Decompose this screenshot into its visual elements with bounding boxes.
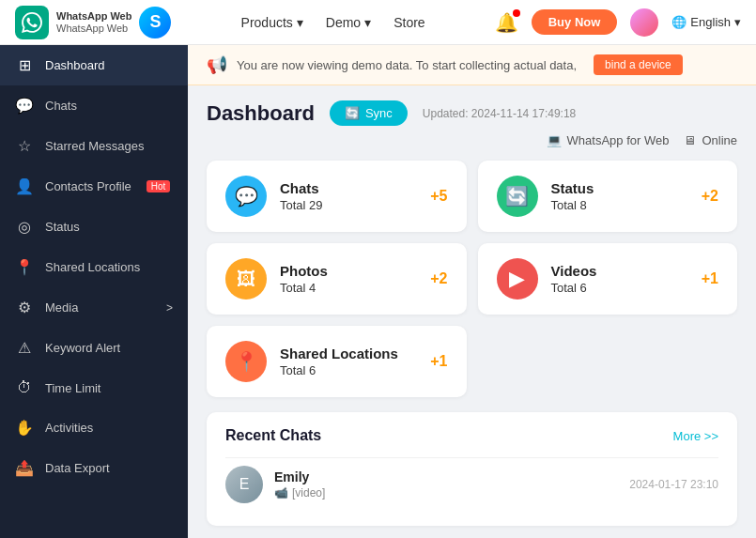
sidebar-label-data-export: Data Export	[45, 461, 110, 475]
updated-timestamp: Updated: 2024-11-14 17:49:18	[423, 107, 576, 120]
sidebar-item-media[interactable]: ⚙ Media >	[0, 287, 188, 328]
status-stat-icon: 🔄	[497, 176, 538, 217]
chevron-down-icon: ▾	[734, 15, 741, 29]
sidebar-item-keyword[interactable]: ⚠ Keyword Alert	[0, 328, 188, 368]
brand-circle-icon: S	[139, 7, 171, 38]
photos-stat-icon: 🖼	[225, 258, 267, 300]
sidebar-label-time-limit: Time Limit	[45, 381, 100, 395]
status-stat-name: Status	[551, 180, 688, 196]
sidebar-item-data-export[interactable]: 📤 Data Export	[0, 448, 188, 488]
notification-dot	[513, 9, 520, 17]
bind-device-button[interactable]: bind a device	[594, 54, 683, 75]
banner-text: You are now viewing demo data. To start …	[237, 58, 577, 72]
time-limit-icon: ⏱	[15, 379, 34, 396]
sidebar-label-chats: Chats	[45, 99, 77, 113]
photos-stat-total: Total 4	[280, 281, 417, 295]
photos-stat-delta: +2	[430, 270, 447, 287]
sidebar-label-keyword: Keyword Alert	[45, 341, 120, 355]
shared-locations-stat-total: Total 6	[280, 363, 417, 377]
nav-right: 🔔 Buy Now 🌐 English ▾	[495, 8, 741, 37]
more-chats-link[interactable]: More >>	[673, 429, 718, 443]
media-icon: ⚙	[15, 299, 34, 316]
chats-stat-delta: +5	[430, 188, 447, 205]
sidebar-label-activities: Activities	[45, 421, 93, 435]
chats-stat-info: Chats Total 29	[280, 180, 417, 212]
stat-card-chats: 💬 Chats Total 29 +5	[207, 161, 467, 232]
shared-locations-stat-name: Shared Locations	[280, 346, 417, 361]
nav-products[interactable]: Products ▾	[241, 15, 303, 30]
bell-wrapper: 🔔	[495, 11, 518, 34]
sidebar-item-shared-locations[interactable]: 📍 Shared Locations	[0, 247, 188, 287]
device-status-item: 🖥 Online	[684, 133, 737, 147]
sidebar-item-dashboard[interactable]: ⊞ Dashboard	[0, 45, 188, 85]
videos-stat-icon: ▶	[497, 258, 538, 300]
status-stat-info: Status Total 8	[551, 180, 688, 212]
chats-stat-name: Chats	[280, 180, 417, 196]
top-navigation: WhatsApp Web WhatsApp Web S Products ▾ D…	[0, 0, 756, 45]
chat-name-emily: Emily	[274, 469, 618, 484]
contacts-icon: 👤	[15, 177, 34, 195]
videos-stat-info: Videos Total 6	[551, 263, 688, 295]
sidebar-label-starred: Starred Messages	[45, 139, 145, 153]
nav-demo[interactable]: Demo ▾	[326, 15, 371, 30]
status-stat-total: Total 8	[551, 198, 688, 212]
monitor-icon: 🖥	[684, 133, 696, 147]
stats-grid: 💬 Chats Total 29 +5 🔄 Status	[207, 161, 737, 397]
data-export-icon: 📤	[15, 459, 34, 477]
chats-icon: 💬	[15, 97, 34, 115]
sidebar-item-contacts[interactable]: 👤 Contacts Profile Hot	[0, 166, 188, 207]
recent-chats-title: Recent Chats	[225, 427, 321, 444]
brand-text: WhatsApp Web WhatsApp Web	[56, 10, 131, 33]
device-name-label: WhatsApp for Web	[567, 133, 670, 147]
page-title: Dashboard	[207, 101, 315, 126]
sidebar-label-shared-locations: Shared Locations	[45, 260, 140, 274]
nav-store[interactable]: Store	[393, 15, 424, 30]
whatsapp-web-icon: 💻	[547, 133, 562, 147]
stat-card-photos: 🖼 Photos Total 4 +2	[207, 243, 467, 315]
videos-stat-total: Total 6	[551, 281, 688, 295]
brand-logo[interactable]: WhatsApp Web WhatsApp Web S	[15, 6, 171, 39]
dashboard-icon: ⊞	[15, 56, 34, 74]
chat-time-emily: 2024-01-17 23:10	[629, 478, 718, 491]
stat-card-status: 🔄 Status Total 8 +2	[478, 161, 738, 232]
sidebar-item-time-limit[interactable]: ⏱ Time Limit	[0, 368, 188, 407]
sidebar-item-activities[interactable]: ✋ Activities	[0, 407, 188, 448]
device-status-label: Online	[702, 133, 737, 147]
chats-stat-icon: 💬	[225, 176, 267, 217]
globe-icon: 🌐	[671, 15, 687, 29]
user-avatar[interactable]	[630, 8, 658, 37]
shared-locations-stat-info: Shared Locations Total 6	[280, 346, 417, 377]
chats-stat-total: Total 29	[280, 198, 417, 212]
video-msg-icon: 📹	[274, 486, 288, 500]
activities-icon: ✋	[15, 419, 34, 437]
keyword-icon: ⚠	[15, 339, 34, 357]
stat-card-shared-locations: 📍 Shared Locations Total 6 +1	[207, 326, 467, 397]
videos-stat-delta: +1	[702, 270, 718, 287]
sidebar-label-dashboard: Dashboard	[45, 58, 105, 72]
chat-info-emily: Emily 📹 [video]	[274, 469, 618, 500]
status-stat-delta: +2	[702, 188, 718, 205]
dashboard-body: Dashboard 🔄 Sync Updated: 2024-11-14 17:…	[188, 85, 756, 538]
sidebar-item-chats[interactable]: 💬 Chats	[0, 85, 188, 126]
language-selector[interactable]: 🌐 English ▾	[671, 15, 741, 29]
photos-stat-info: Photos Total 4	[280, 263, 417, 295]
main-content: 📢 You are now viewing demo data. To star…	[188, 45, 756, 538]
shared-locations-icon: 📍	[15, 258, 34, 276]
media-arrow-icon: >	[166, 301, 173, 315]
shared-locations-stat-icon: 📍	[225, 341, 267, 382]
buy-now-button[interactable]: Buy Now	[532, 9, 618, 35]
chat-list-item: E Emily 📹 [video] 2024-01-17 23:10	[225, 457, 718, 511]
sidebar-item-starred[interactable]: ☆ Starred Messages	[0, 126, 188, 166]
videos-stat-name: Videos	[551, 263, 688, 279]
hot-badge: Hot	[147, 180, 171, 192]
chat-avatar-emily: E	[225, 466, 263, 503]
chat-preview-emily: 📹 [video]	[274, 486, 618, 500]
sync-button[interactable]: 🔄 Sync	[330, 100, 408, 126]
sidebar-item-status[interactable]: ◎ Status	[0, 207, 188, 247]
main-layout: ⊞ Dashboard 💬 Chats ☆ Starred Messages 👤…	[0, 45, 756, 538]
device-info-bar: 💻 WhatsApp for Web 🖥 Online	[207, 133, 737, 147]
photos-stat-name: Photos	[280, 263, 417, 279]
status-icon: ◎	[15, 218, 34, 236]
dashboard-header: Dashboard 🔄 Sync Updated: 2024-11-14 17:…	[207, 100, 737, 126]
sidebar-label-media: Media	[45, 300, 78, 315]
